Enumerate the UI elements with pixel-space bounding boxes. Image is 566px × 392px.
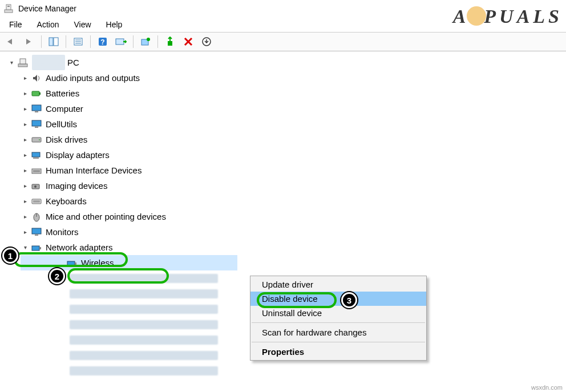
chevron-right-icon[interactable]: ▸ <box>21 181 30 191</box>
disk-icon <box>31 134 42 146</box>
scan-hardware-button[interactable] <box>112 34 130 50</box>
step-badge-3: 3 <box>341 292 357 308</box>
svg-rect-39 <box>35 235 38 236</box>
svg-point-13 <box>147 38 150 41</box>
tree-item-imaging[interactable]: ▸ Imaging devices <box>3 178 566 193</box>
context-scan-hardware[interactable]: Scan for hardware changes <box>250 325 426 340</box>
battery-icon <box>31 88 42 99</box>
network-adapter-icon <box>31 242 42 253</box>
tree-item-hid[interactable]: ▸ Human Interface Devices <box>3 163 566 178</box>
svg-rect-43 <box>75 262 76 265</box>
title-bar: Device Manager <box>0 0 566 17</box>
menu-file[interactable]: File <box>3 19 28 30</box>
tree-item-hidden[interactable] <box>21 363 566 378</box>
menu-help[interactable]: Help <box>100 19 128 30</box>
keyboard-icon <box>31 196 42 207</box>
svg-text:?: ? <box>100 38 104 46</box>
tree-root-label: PC <box>67 55 79 70</box>
menu-view[interactable]: View <box>68 19 96 30</box>
chevron-right-icon[interactable]: ▸ <box>21 104 30 114</box>
window-title: Device Manager <box>18 4 76 13</box>
menu-action[interactable]: Action <box>31 19 65 30</box>
svg-rect-20 <box>32 105 41 111</box>
svg-rect-41 <box>39 247 41 249</box>
svg-rect-22 <box>32 120 41 126</box>
svg-rect-0 <box>5 10 13 13</box>
chevron-right-icon[interactable]: ▸ <box>21 89 30 98</box>
tree-item-mice[interactable]: ▸ Mice and other pointing devices <box>3 209 566 224</box>
show-hide-console-button[interactable] <box>45 34 62 50</box>
chevron-down-icon[interactable]: ▾ <box>21 243 30 252</box>
tree-item-monitors[interactable]: ▸ Monitors <box>3 224 566 240</box>
chevron-right-icon[interactable]: ▸ <box>21 166 30 175</box>
update-driver-button[interactable] <box>137 34 154 50</box>
tree-item-network-adapters[interactable]: ▾ Network adapters <box>3 240 566 255</box>
tree-item-display-adapters[interactable]: ▸ Display adapters <box>3 147 566 163</box>
context-update-driver[interactable]: Update driver <box>250 277 426 292</box>
context-properties[interactable]: Properties <box>250 345 426 359</box>
disable-device-button[interactable] <box>180 34 197 50</box>
computer-icon <box>17 57 29 68</box>
toolbar: ? <box>0 32 566 51</box>
context-menu: Update driver Disable device Uninstall d… <box>250 276 427 361</box>
tree-view[interactable]: ▾ XXXXX PC ▸ Audio inputs and outputs ▸ … <box>0 51 566 392</box>
hid-icon <box>31 165 42 176</box>
svg-point-32 <box>34 185 37 188</box>
tree-item-wireless[interactable]: Wireless <box>21 255 237 270</box>
svg-rect-28 <box>32 169 41 173</box>
svg-rect-33 <box>32 199 41 204</box>
monitor-icon <box>31 119 42 130</box>
svg-rect-11 <box>116 39 124 45</box>
svg-rect-38 <box>32 228 41 234</box>
network-adapter-icon <box>66 257 78 269</box>
context-separator <box>252 342 425 342</box>
svg-rect-17 <box>20 59 26 64</box>
properties-button[interactable] <box>70 34 87 50</box>
uninstall-device-button[interactable] <box>198 34 215 50</box>
step-badge-2: 2 <box>49 268 65 284</box>
svg-point-25 <box>39 139 40 140</box>
tree-item-batteries[interactable]: ▸ Batteries <box>3 86 566 101</box>
chevron-right-icon[interactable]: ▸ <box>21 151 30 160</box>
chevron-right-icon[interactable]: ▸ <box>21 135 30 144</box>
context-uninstall-device[interactable]: Uninstall device <box>250 306 426 320</box>
monitor-icon <box>31 103 42 115</box>
tree-item-disk-drives[interactable]: ▸ Disk drives <box>3 132 566 147</box>
chevron-right-icon[interactable]: ▸ <box>21 120 30 129</box>
svg-rect-40 <box>32 246 39 250</box>
tree-item-keyboards[interactable]: ▸ Keyboards <box>3 193 566 209</box>
chevron-right-icon[interactable]: ▸ <box>21 74 30 83</box>
help-button[interactable]: ? <box>94 34 111 50</box>
svg-rect-21 <box>35 111 38 112</box>
wireless-label: Wireless <box>81 255 114 270</box>
svg-rect-42 <box>67 261 75 266</box>
svg-rect-3 <box>49 38 53 46</box>
computer-name: XXXXX <box>32 55 65 70</box>
display-adapter-icon <box>31 149 42 161</box>
tree-root[interactable]: ▾ XXXXX PC <box>3 55 566 70</box>
svg-rect-18 <box>32 91 39 96</box>
svg-rect-23 <box>35 127 38 128</box>
audio-icon <box>31 72 42 84</box>
chevron-down-icon[interactable]: ▾ <box>7 58 16 67</box>
camera-icon <box>31 180 42 192</box>
menu-bar: File Action View Help <box>0 17 566 32</box>
svg-rect-16 <box>18 64 27 67</box>
svg-rect-1 <box>6 5 11 10</box>
chevron-right-icon[interactable]: ▸ <box>21 212 30 221</box>
context-separator <box>252 322 425 323</box>
back-button[interactable] <box>2 34 19 50</box>
svg-rect-4 <box>54 38 58 46</box>
chevron-right-icon[interactable]: ▸ <box>21 228 30 237</box>
tree-item-audio[interactable]: ▸ Audio inputs and outputs <box>3 70 566 86</box>
chevron-right-icon[interactable]: ▸ <box>21 197 30 206</box>
svg-rect-14 <box>168 41 172 46</box>
tree-item-computer[interactable]: ▸ Computer <box>3 101 566 116</box>
context-disable-device[interactable]: Disable device <box>250 292 426 306</box>
svg-rect-19 <box>39 92 41 95</box>
forward-button[interactable] <box>21 34 38 50</box>
tree-item-dellutils[interactable]: ▸ DellUtils <box>3 116 566 132</box>
mouse-icon <box>31 211 42 223</box>
enable-device-button[interactable] <box>161 34 179 50</box>
svg-rect-26 <box>32 152 40 157</box>
